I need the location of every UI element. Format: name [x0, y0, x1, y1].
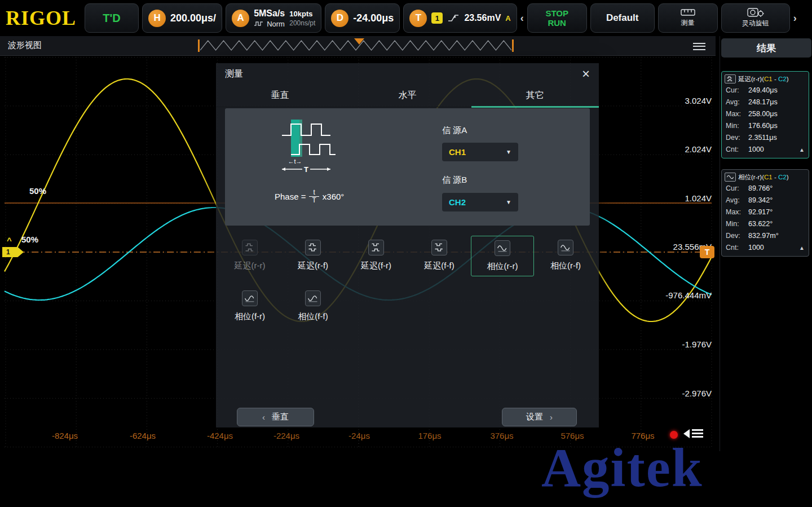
phase-icon: [305, 290, 321, 306]
source-a-dropdown[interactable]: CH1 ▼: [442, 143, 518, 161]
acquire-mode: Norm: [267, 20, 285, 28]
t-badge: T: [409, 10, 427, 27]
trigger-level: 23.56mV: [464, 13, 501, 23]
phase-icon: [558, 240, 573, 255]
measure-label: 测量: [681, 18, 695, 28]
record-indicator-dot: [670, 431, 678, 439]
svg-text:T: T: [304, 165, 308, 174]
item-delay-rf[interactable]: 延迟(r-f): [281, 236, 345, 276]
measure-items-row-1: 延迟(r-r) 延迟(r-f) 延迟(f-r) 延迟(f-f) 相位(r-r) …: [218, 236, 597, 276]
delay-value: -24.00μs: [353, 12, 394, 24]
fifty-percent-label-2: 50%: [21, 235, 38, 244]
measure-items-row-2: 相位(f-r) 相位(f-f): [218, 286, 345, 326]
preview-left-marker[interactable]: [198, 39, 200, 52]
run-label: RUN: [548, 18, 566, 28]
result-row: Avg:248.17μs: [722, 96, 809, 108]
item-delay-ff[interactable]: 延迟(f-f): [408, 236, 471, 276]
quick-menu-icon[interactable]: [683, 427, 703, 439]
fifty-percent-label-1: 50%: [29, 186, 46, 196]
source-b-dropdown[interactable]: CH2 ▼: [442, 193, 518, 211]
result-card-phase[interactable]: 相位(r-r)(C1 - C2) Cur:89.766° Avg:89.342°…: [721, 169, 809, 257]
item-phase-fr[interactable]: 相位(f-r): [218, 286, 281, 326]
waveform-view-title: 波形视图: [8, 40, 42, 51]
smart-knob-button[interactable]: 灵动旋钮: [721, 3, 790, 33]
result-row: Dev:2.3511μs: [722, 132, 809, 144]
collapse-right-chevron[interactable]: ›: [792, 12, 798, 24]
expand-triangle-icon[interactable]: ▲: [799, 144, 805, 156]
trigger-slope-icon: [447, 13, 460, 23]
settings-button[interactable]: 设置 ›: [502, 408, 577, 426]
tab-vertical[interactable]: 垂直: [216, 85, 343, 107]
expand-triangle-icon[interactable]: ▲: [799, 242, 805, 254]
trigger-level-marker[interactable]: T: [700, 246, 714, 258]
result-row: Max:92.917°: [722, 206, 809, 218]
trigger-coupling: A: [505, 14, 510, 23]
v-axis-label: -976.444mV: [650, 290, 712, 300]
acquire-settings[interactable]: A 5MSa/s Norm 10kpts 200ns/pt: [226, 3, 321, 33]
measure-phase-icon: [725, 173, 736, 182]
delay-icon: [431, 240, 447, 255]
waveform-header: 波形视图: [0, 36, 716, 56]
waveform-stage: 波形视图 3.024V 2.024V 1.024V 23.556mV -976.…: [0, 36, 716, 451]
result-row: Avg:89.342°: [722, 195, 809, 206]
stop-label: STOP: [545, 8, 568, 18]
phase-info-panel: ←t→ T Phase = tT x360° 信 源A CH1 ▼ 信 源B C…: [225, 108, 590, 226]
horizontal-scale: 200.00μs/: [170, 12, 216, 24]
t-axis-label: -24μs: [348, 431, 370, 440]
delay-settings[interactable]: D -24.00μs: [325, 3, 400, 33]
tab-horizontal[interactable]: 水平: [343, 85, 471, 107]
smart-knob-label: 灵动旋钮: [742, 19, 769, 28]
result-row: Dev:832.97m°: [722, 230, 809, 242]
acquire-mode-icon: [254, 21, 264, 27]
phase-diagram: ←t→ T: [279, 118, 374, 178]
item-phase-ff[interactable]: 相位(f-f): [281, 286, 345, 326]
result-row: Min:63.622°: [722, 218, 809, 230]
t-axis-label: 176μs: [418, 431, 441, 440]
result-row: Cur:249.40μs: [722, 85, 809, 96]
record-preview-strip[interactable]: [200, 38, 511, 53]
top-bar: RIGOL T'D H 200.00μs/ A 5MSa/s Norm 10kp…: [0, 0, 812, 36]
svg-text:←t→: ←t→: [288, 158, 302, 165]
item-delay-rr[interactable]: 延迟(r-r): [218, 236, 281, 276]
rigol-logo: RIGOL: [0, 6, 83, 30]
result-card-delay[interactable]: 延迟(r-r)(C1 - C2) Cur:249.40μs Avg:248.17…: [721, 71, 809, 158]
t-axis-label: -624μs: [130, 431, 156, 440]
item-delay-fr[interactable]: 延迟(f-r): [345, 236, 408, 276]
trigger-position-marker[interactable]: [354, 38, 364, 45]
preview-right-marker[interactable]: [512, 39, 514, 52]
measure-button[interactable]: 测量: [658, 3, 718, 33]
collapse-left-chevron[interactable]: ‹: [519, 12, 526, 24]
close-icon[interactable]: ×: [582, 68, 590, 80]
a-badge: A: [232, 10, 249, 27]
item-phase-rf[interactable]: 相位(r-f): [534, 236, 597, 276]
t-axis-label: 576μs: [561, 431, 584, 440]
result-row: Max:258.00μs: [722, 108, 809, 120]
waveform-menu-icon[interactable]: [693, 41, 705, 52]
source-b-label: 信 源B: [442, 175, 467, 186]
result-row: Min:176.60μs: [722, 120, 809, 132]
trigger-status[interactable]: T'D: [85, 3, 139, 33]
h-badge: H: [148, 10, 166, 27]
v-axis-label: 3.024V: [650, 96, 712, 105]
default-button[interactable]: Default: [590, 3, 655, 33]
bottom-bar: CH1 1.00V/ -23.56mV CH2 1.00V/ 83.88mV C…: [0, 451, 812, 507]
delay-icon: [305, 240, 321, 255]
chevron-left-icon: ‹: [262, 412, 265, 422]
item-phase-rr[interactable]: 相位(r-r): [471, 236, 534, 276]
trigger-source-badge: 1: [431, 12, 443, 24]
horizontal-settings[interactable]: H 200.00μs/: [142, 3, 222, 33]
trigger-settings[interactable]: T 1 23.56mV A: [403, 3, 517, 33]
ch1-offscreen-caret: ^: [7, 236, 12, 245]
measure-delay-icon: [725, 74, 736, 83]
result-row: Cnt:1000▲: [722, 242, 809, 256]
tab-other[interactable]: 其它: [471, 85, 599, 107]
smart-knob-icon: [747, 8, 764, 17]
run-stop-button[interactable]: STOP RUN: [527, 3, 587, 33]
v-axis-label: -2.976V: [650, 389, 712, 398]
sample-rate: 5MSa/s: [254, 8, 285, 19]
back-vertical-button[interactable]: ‹ 垂直: [237, 408, 314, 426]
t-axis-label: -824μs: [52, 431, 78, 440]
result-card-header: 相位(r-r)(C1 - C2): [722, 170, 809, 183]
quick-menu-bars: [692, 427, 703, 439]
quick-menu-arrow: [683, 429, 690, 438]
